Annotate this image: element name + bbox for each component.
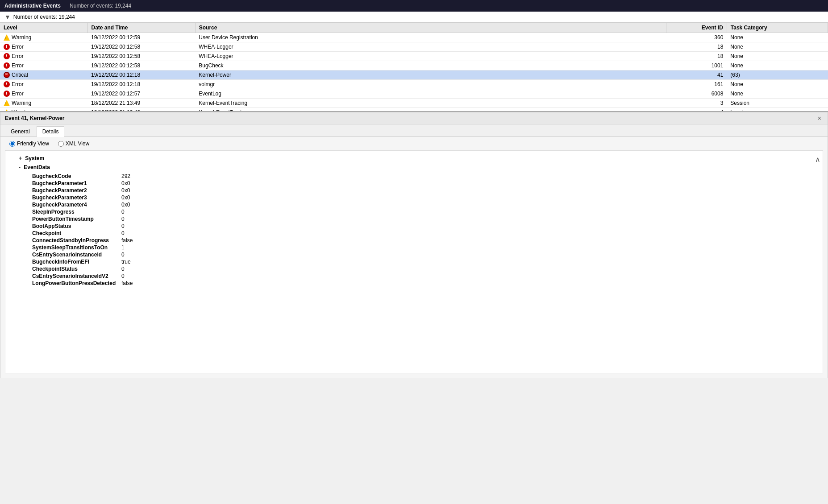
cell-datetime: 19/12/2022 00:12:58	[87, 61, 195, 70]
data-field-row: CsEntryScenarioInstanceIdV20	[19, 273, 809, 279]
xml-view-label: XML View	[66, 140, 89, 147]
table-row[interactable]: Warning18/12/2022 21:13:49Kernel-EventTr…	[0, 108, 828, 112]
table-row[interactable]: Error19/12/2022 00:12:18volmgr161None	[0, 80, 828, 89]
cell-taskcategory: None	[727, 52, 828, 61]
detail-close-button[interactable]: ×	[816, 115, 823, 122]
cell-datetime: 19/12/2022 00:12:18	[87, 70, 195, 80]
data-field-row: BugcheckInfoFromEFItrue	[19, 259, 809, 265]
cell-taskcategory: (63)	[727, 70, 828, 80]
data-field-value: 0	[121, 252, 125, 258]
cell-source: volmgr	[195, 80, 666, 89]
cell-taskcategory: None	[727, 61, 828, 70]
level-text: Critical	[12, 72, 28, 78]
view-options: Friendly View XML View	[0, 137, 828, 150]
cell-eventid: 41	[666, 70, 727, 80]
cell-taskcategory: Session	[727, 99, 828, 108]
filter-count-label: Number of events: 19,244	[13, 14, 75, 20]
cell-eventid: 360	[666, 33, 727, 42]
xml-view-option[interactable]: XML View	[58, 140, 89, 147]
col-header-taskcategory: Task Category	[727, 23, 828, 33]
eventdata-toggle-icon: -	[19, 164, 21, 170]
eventdata-section-header[interactable]: - EventData	[19, 164, 809, 170]
data-field-row: PowerButtonTimestamp0	[19, 216, 809, 222]
cell-eventid: 6008	[666, 89, 727, 99]
filter-icon: ▼	[4, 13, 11, 21]
detail-title: Event 41, Kernel-Power	[5, 115, 64, 121]
cell-source: Kernel-EventTracing	[195, 99, 666, 108]
friendly-view-radio[interactable]	[9, 141, 15, 147]
data-field-value: 0	[121, 273, 125, 279]
data-field-key: CheckpointStatus	[32, 266, 121, 272]
table-row[interactable]: Warning18/12/2022 21:13:49Kernel-EventTr…	[0, 99, 828, 108]
data-field-value: 0x0	[121, 180, 130, 186]
friendly-view-option[interactable]: Friendly View	[9, 140, 49, 147]
event-content: + System - EventData BugcheckCode292Bugc…	[5, 150, 823, 373]
system-section-header[interactable]: + System	[19, 155, 809, 161]
data-field-value: 0x0	[121, 202, 130, 208]
data-field-key: BugcheckParameter4	[32, 202, 121, 208]
data-field-key: BootAppStatus	[32, 223, 121, 229]
data-field-value: 292	[121, 173, 130, 179]
cell-level: Warning	[0, 33, 87, 42]
cell-level: Error	[0, 89, 87, 99]
cell-datetime: 18/12/2022 21:13:49	[87, 108, 195, 112]
data-field-key: LongPowerButtonPressDetected	[32, 280, 121, 286]
data-field-key: PowerButtonTimestamp	[32, 216, 121, 222]
cell-datetime: 19/12/2022 00:12:59	[87, 33, 195, 42]
data-field-key: ConnectedStandbyInProgress	[32, 237, 121, 244]
cell-datetime: 19/12/2022 00:12:58	[87, 52, 195, 61]
cell-datetime: 18/12/2022 21:13:49	[87, 99, 195, 108]
cell-taskcategory: None	[727, 33, 828, 42]
warning-icon	[4, 100, 10, 106]
cell-taskcategory: None	[727, 89, 828, 99]
cell-source: EventLog	[195, 89, 666, 99]
error-icon	[4, 81, 10, 87]
data-field-row: BugcheckParameter40x0	[19, 202, 809, 208]
data-field-row: SystemSleepTransitionsToOn1	[19, 244, 809, 251]
col-header-level: Level	[0, 23, 87, 33]
table-row[interactable]: Error19/12/2022 00:12:58WHEA-Logger18Non…	[0, 52, 828, 61]
data-field-key: CsEntryScenarioInstanceIdV2	[32, 273, 121, 279]
tab-general[interactable]: General	[5, 126, 36, 136]
detail-panel: Event 41, Kernel-Power × General Details…	[0, 112, 828, 378]
data-field-key: BugcheckInfoFromEFI	[32, 259, 121, 265]
table-row[interactable]: Warning19/12/2022 00:12:59User Device Re…	[0, 33, 828, 42]
cell-source: WHEA-Logger	[195, 42, 666, 52]
data-field-row: BugcheckParameter30x0	[19, 194, 809, 201]
data-field-key: CsEntryScenarioInstanceId	[32, 252, 121, 258]
cell-level: Error	[0, 80, 87, 89]
data-field-value: false	[121, 237, 133, 244]
events-table: Level Date and Time Source Event ID Task…	[0, 23, 828, 112]
cell-source: BugCheck	[195, 61, 666, 70]
data-field-row: CsEntryScenarioInstanceId0	[19, 252, 809, 258]
table-row[interactable]: Error19/12/2022 00:12:58BugCheck1001None	[0, 61, 828, 70]
cell-eventid: 18	[666, 52, 727, 61]
xml-view-radio[interactable]	[58, 141, 64, 147]
cell-level: Error	[0, 42, 87, 52]
table-row[interactable]: Error19/12/2022 00:12:57EventLog6008None	[0, 89, 828, 99]
table-row[interactable]: Error19/12/2022 00:12:58WHEA-Logger18Non…	[0, 42, 828, 52]
data-field-key: BugcheckParameter3	[32, 194, 121, 201]
col-header-source: Source	[195, 23, 666, 33]
cell-datetime: 19/12/2022 00:12:57	[87, 89, 195, 99]
cell-source: User Device Registration	[195, 33, 666, 42]
cell-level: Error	[0, 52, 87, 61]
data-field-row: Checkpoint0	[19, 230, 809, 236]
cell-eventid: 3	[666, 99, 727, 108]
level-text: Error	[12, 91, 24, 97]
system-toggle-icon: +	[19, 155, 22, 161]
cell-level: Warning	[0, 99, 87, 108]
cell-source: Kernel-Power	[195, 70, 666, 80]
table-row[interactable]: Critical19/12/2022 00:12:18Kernel-Power4…	[0, 70, 828, 80]
friendly-view-label: Friendly View	[17, 140, 49, 147]
data-field-row: BugcheckParameter20x0	[19, 187, 809, 194]
level-text: Error	[12, 62, 24, 69]
tab-details[interactable]: Details	[37, 126, 65, 137]
level-text: Warning	[12, 34, 31, 41]
data-field-value: 0	[121, 209, 125, 215]
data-field-key: SleepInProgress	[32, 209, 121, 215]
data-field-row: SleepInProgress0	[19, 209, 809, 215]
cell-source: Kernel-EventTracing	[195, 108, 666, 112]
cell-eventid: 18	[666, 42, 727, 52]
cell-level: Error	[0, 61, 87, 70]
